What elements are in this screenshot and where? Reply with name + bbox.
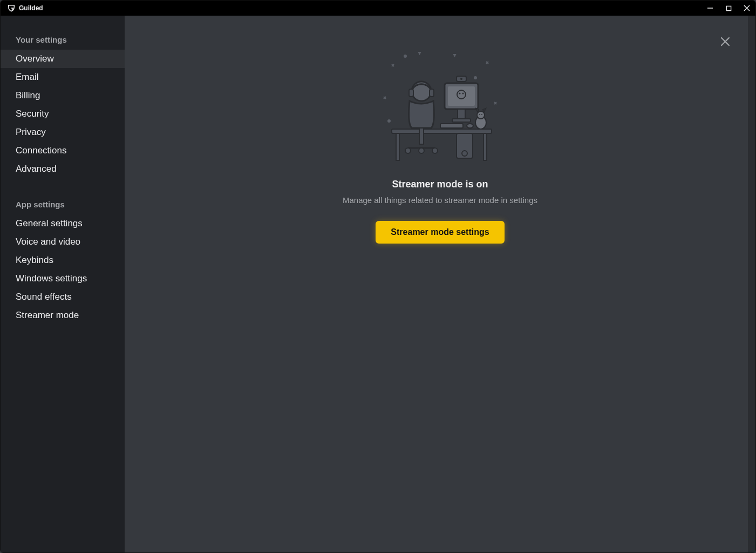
svg-point-7 bbox=[474, 77, 476, 79]
sidebar-item-label: Privacy bbox=[16, 127, 46, 137]
sidebar-item-email[interactable]: Email bbox=[1, 68, 125, 86]
sidebar-item-label: Billing bbox=[16, 90, 40, 100]
svg-point-6 bbox=[404, 55, 406, 57]
minimize-button[interactable] bbox=[706, 4, 714, 12]
sidebar-item-billing[interactable]: Billing bbox=[1, 86, 125, 105]
sidebar-item-security[interactable]: Security bbox=[1, 105, 125, 123]
svg-point-35 bbox=[432, 148, 438, 153]
svg-rect-32 bbox=[419, 128, 424, 144]
modal-subtitle: Manage all things related to streamer mo… bbox=[343, 195, 537, 205]
sidebar-section-header-your-settings: Your settings bbox=[1, 31, 125, 50]
sidebar-item-streamer-mode[interactable]: Streamer mode bbox=[1, 306, 125, 325]
sidebar-item-label: Streamer mode bbox=[16, 310, 79, 320]
modal-title: Streamer mode is on bbox=[392, 179, 488, 190]
svg-point-17 bbox=[459, 93, 460, 95]
svg-point-8 bbox=[388, 120, 390, 122]
main-area: Your settings Overview Email Billing Sec… bbox=[1, 16, 755, 552]
sidebar-item-windows-settings[interactable]: Windows settings bbox=[1, 269, 125, 288]
svg-rect-23 bbox=[440, 124, 463, 128]
titlebar-left: Guilded bbox=[7, 4, 43, 12]
svg-point-26 bbox=[477, 111, 485, 119]
sidebar-item-label: Windows settings bbox=[16, 273, 87, 284]
sidebar-item-voice-video[interactable]: Voice and video bbox=[1, 233, 125, 251]
sidebar-item-label: Security bbox=[16, 109, 49, 119]
sidebar-divider bbox=[1, 178, 125, 195]
sidebar-item-privacy[interactable]: Privacy bbox=[1, 123, 125, 141]
sidebar-item-connections[interactable]: Connections bbox=[1, 141, 125, 160]
content-panel: Streamer mode is on Manage all things re… bbox=[125, 16, 755, 552]
svg-point-20 bbox=[460, 78, 462, 80]
titlebar: Guilded bbox=[1, 1, 755, 16]
sidebar-item-general-settings[interactable]: General settings bbox=[1, 214, 125, 233]
svg-rect-31 bbox=[430, 89, 434, 97]
close-window-button[interactable] bbox=[743, 4, 751, 12]
sidebar-item-label: Sound effects bbox=[16, 292, 72, 302]
svg-rect-14 bbox=[458, 109, 465, 119]
sidebar-item-label: Voice and video bbox=[16, 237, 80, 247]
svg-rect-15 bbox=[452, 119, 471, 122]
svg-rect-13 bbox=[448, 86, 475, 106]
close-settings-button[interactable] bbox=[717, 33, 734, 50]
svg-point-24 bbox=[467, 124, 473, 128]
svg-rect-1 bbox=[726, 6, 731, 10]
svg-rect-9 bbox=[392, 129, 492, 133]
sidebar-item-sound-effects[interactable]: Sound effects bbox=[1, 288, 125, 306]
sidebar-section-header-app-settings: App settings bbox=[1, 195, 125, 214]
scrollbar-track[interactable] bbox=[748, 16, 755, 552]
sidebar-item-label: Overview bbox=[16, 53, 54, 64]
svg-point-28 bbox=[481, 114, 482, 115]
svg-point-33 bbox=[405, 148, 411, 153]
sidebar-item-label: General settings bbox=[16, 218, 83, 228]
sidebar-item-keybinds[interactable]: Keybinds bbox=[1, 251, 125, 269]
sidebar-item-advanced[interactable]: Advanced bbox=[1, 160, 125, 178]
sidebar-item-overview[interactable]: Overview bbox=[1, 50, 125, 68]
maximize-button[interactable] bbox=[724, 4, 733, 12]
svg-rect-10 bbox=[396, 133, 399, 160]
sidebar-item-label: Connections bbox=[16, 145, 67, 156]
sidebar-item-label: Keybinds bbox=[16, 255, 53, 265]
app-title: Guilded bbox=[19, 4, 43, 12]
svg-point-27 bbox=[479, 114, 480, 115]
streamer-mode-settings-button[interactable]: Streamer mode settings bbox=[376, 221, 504, 244]
svg-point-18 bbox=[462, 93, 464, 95]
svg-rect-21 bbox=[457, 133, 473, 158]
streamer-illustration bbox=[376, 48, 505, 161]
guilded-logo-icon bbox=[7, 4, 16, 12]
svg-rect-11 bbox=[483, 133, 487, 160]
settings-sidebar: Your settings Overview Email Billing Sec… bbox=[1, 16, 125, 552]
svg-rect-30 bbox=[409, 89, 413, 97]
window-controls bbox=[706, 4, 751, 12]
app-window: Guilded Your settings Overview Email Bil… bbox=[0, 0, 756, 553]
svg-point-34 bbox=[419, 148, 424, 153]
sidebar-item-label: Advanced bbox=[16, 164, 57, 174]
sidebar-item-label: Email bbox=[16, 72, 39, 82]
